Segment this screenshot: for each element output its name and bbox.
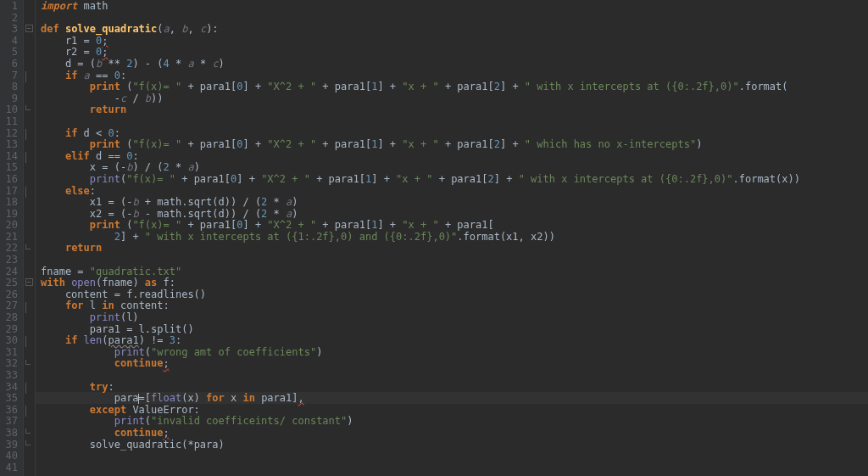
token-op: ( bbox=[120, 138, 132, 150]
token-op bbox=[41, 219, 90, 231]
token-op bbox=[41, 346, 114, 358]
token-op: ) bbox=[316, 346, 322, 358]
line-number: 34 bbox=[3, 382, 18, 394]
code-line[interactable]: 2] + " with x intercepts at ({1:.2f},0) … bbox=[41, 232, 868, 244]
line-number: 36 bbox=[3, 405, 18, 417]
token-op: ) bbox=[219, 58, 225, 70]
token-op bbox=[41, 300, 65, 311]
code-line[interactable]: x1 = (-b + math.sqrt(d)) / (2 * a) bbox=[41, 197, 868, 209]
token-op: .format(x)) bbox=[733, 173, 800, 185]
line-number: 3 bbox=[3, 24, 18, 36]
fold-column[interactable]: −− bbox=[24, 0, 36, 476]
token-op: para1 = l.split() bbox=[41, 323, 194, 335]
code-line[interactable]: d = (b ** 2) - (4 * a * c) bbox=[41, 59, 868, 70]
line-number: 20 bbox=[3, 220, 18, 232]
token-op bbox=[41, 127, 65, 139]
token-op: math bbox=[77, 0, 108, 12]
token-bi: print bbox=[114, 346, 145, 358]
code-line[interactable]: r2 = 0; bbox=[41, 47, 868, 59]
code-line[interactable]: -c / b)) bbox=[41, 93, 868, 105]
code-line[interactable]: continue; bbox=[41, 428, 868, 440]
fold-guide-icon bbox=[25, 129, 26, 140]
token-op bbox=[41, 150, 65, 162]
code-line[interactable] bbox=[41, 462, 868, 474]
token-str: " with x intercepts at ({0:.2f},0)" bbox=[519, 173, 733, 185]
fold-toggle-icon[interactable]: − bbox=[25, 278, 33, 286]
code-line[interactable]: print(l) bbox=[41, 312, 868, 324]
token-str: " with x intercepts at ({1:.2f},0) and (… bbox=[145, 231, 457, 243]
code-line[interactable]: para=[float(x) for x in para1], bbox=[41, 393, 868, 405]
code-line[interactable]: r1 = 0; bbox=[41, 36, 868, 48]
fold-guide-icon bbox=[25, 152, 26, 163]
token-op: ( bbox=[145, 415, 151, 427]
token-op: + para1[ bbox=[439, 81, 494, 92]
code-line[interactable] bbox=[41, 116, 868, 128]
line-number: 29 bbox=[3, 324, 18, 336]
code-line[interactable]: x = (-b) / (2 * a) bbox=[41, 162, 868, 174]
token-op: .format( bbox=[739, 81, 788, 92]
code-line[interactable]: def solve_quadratic(a, b, c): bbox=[41, 24, 868, 36]
token-num: 0 bbox=[114, 70, 120, 81]
token-num: 4 bbox=[164, 58, 170, 70]
token-op: para bbox=[41, 392, 139, 404]
code-line[interactable] bbox=[41, 370, 868, 382]
code-line[interactable] bbox=[41, 255, 868, 266]
token-str: "quadratic.txt" bbox=[90, 266, 181, 277]
code-line[interactable]: print("f(x)= " + para1[0] + "X^2 + " + p… bbox=[41, 174, 868, 186]
token-op bbox=[41, 70, 65, 81]
token-op bbox=[41, 334, 65, 346]
line-number: 32 bbox=[3, 358, 18, 370]
line-number: 16 bbox=[3, 174, 18, 186]
line-number: 2 bbox=[3, 13, 18, 25]
token-arg: b bbox=[132, 208, 138, 220]
token-kw: as bbox=[145, 277, 164, 288]
code-line[interactable]: with open(fname) as f: bbox=[41, 277, 868, 289]
fold-guide-icon bbox=[25, 302, 26, 313]
code-line[interactable]: return bbox=[41, 104, 868, 116]
token-op: + para1[ bbox=[310, 173, 365, 185]
code-line[interactable]: print ("f(x)= " + para1[0] + "X^2 + " + … bbox=[41, 220, 868, 232]
token-op: , bbox=[170, 23, 181, 35]
token-kw: def bbox=[41, 23, 65, 35]
token-str: "X^2 + " bbox=[267, 81, 316, 92]
token-op bbox=[41, 138, 90, 150]
token-op: ( bbox=[120, 219, 132, 231]
code-line[interactable]: print ("f(x)= " + para1[0] + "X^2 + " + … bbox=[41, 139, 868, 151]
line-number: 18 bbox=[3, 197, 18, 209]
token-op: * bbox=[267, 208, 286, 220]
token-op: (fname) bbox=[96, 277, 145, 288]
line-number: 21 bbox=[3, 232, 18, 244]
token-op: x = (- bbox=[41, 161, 126, 173]
token-str: "X^2 + " bbox=[267, 138, 316, 150]
token-err: ; bbox=[164, 427, 170, 439]
code-line[interactable]: print ("f(x)= " + para1[0] + "X^2 + " + … bbox=[41, 81, 868, 93]
code-line[interactable]: for l in content: bbox=[41, 300, 868, 312]
token-kw: if bbox=[65, 70, 84, 81]
token-op: ** bbox=[102, 58, 126, 70]
line-number: 13 bbox=[3, 139, 18, 151]
code-line[interactable]: return bbox=[41, 243, 868, 255]
token-num: 2 bbox=[494, 138, 500, 150]
fold-guide-icon bbox=[25, 105, 31, 110]
fold-guide-icon bbox=[25, 336, 26, 347]
code-line[interactable]: import math bbox=[41, 1, 868, 13]
token-op: : bbox=[90, 185, 96, 197]
line-number: 40 bbox=[3, 451, 18, 462]
code-line[interactable]: solve_quadratic(*para) bbox=[41, 440, 868, 451]
token-op: content: bbox=[120, 300, 170, 311]
code-line[interactable] bbox=[41, 451, 868, 462]
code-line[interactable]: print("invalid coefficeints/ constant") bbox=[41, 416, 868, 428]
token-arg: a bbox=[84, 70, 90, 81]
code-area[interactable]: import mathdef solve_quadratic(a, b, c):… bbox=[36, 0, 868, 476]
code-editor[interactable]: 1234567891011121314151617181920212223242… bbox=[0, 0, 868, 476]
token-op bbox=[41, 357, 114, 369]
token-num: 0 bbox=[108, 127, 114, 139]
token-op: + para1[ bbox=[181, 81, 236, 92]
token-num: 3 bbox=[170, 334, 175, 346]
code-line[interactable]: if len(para1) != 3: bbox=[41, 335, 868, 347]
fold-toggle-icon[interactable]: − bbox=[25, 25, 33, 32]
line-number: 1 bbox=[3, 1, 18, 13]
token-op: ) bbox=[292, 196, 298, 208]
code-line[interactable]: continue; bbox=[41, 358, 868, 370]
line-number: 11 bbox=[3, 116, 18, 128]
